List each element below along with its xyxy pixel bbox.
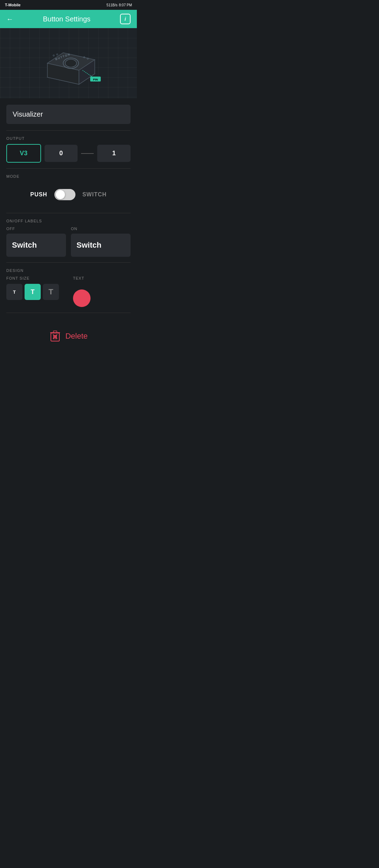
delete-icon xyxy=(49,330,61,342)
off-value: Switch xyxy=(12,241,37,249)
onoff-row: OFF Switch ON Switch xyxy=(6,227,131,257)
output-section: OUTPUT V3 0 1 xyxy=(6,136,131,163)
off-field[interactable]: Switch xyxy=(6,234,66,257)
svg-point-8 xyxy=(56,54,58,55)
push-label: PUSH xyxy=(30,191,47,198)
speed-label: 511B/s xyxy=(107,3,118,7)
hero-section: BUTTON PIN xyxy=(0,28,137,98)
device-illustration: BUTTON PIN xyxy=(37,35,100,91)
mode-toggle[interactable] xyxy=(54,189,75,200)
info-icon: i xyxy=(125,16,126,22)
visualizer-label: Visualizer xyxy=(13,110,43,118)
font-size-col: FONT SIZE T T T xyxy=(6,276,59,300)
svg-text:PIN: PIN xyxy=(93,78,98,81)
onoff-section: ON/OFF LABELS OFF Switch ON Switch xyxy=(6,219,131,257)
output-row: V3 0 1 xyxy=(6,144,131,163)
on-col: ON Switch xyxy=(71,227,131,257)
visualizer-field[interactable]: Visualizer xyxy=(6,105,131,124)
delete-section[interactable]: Delete xyxy=(6,319,131,351)
switch-label: SWITCH xyxy=(82,191,107,198)
font-medium-button[interactable]: T xyxy=(25,284,41,300)
design-section-label: DESIGN xyxy=(6,268,131,273)
on-field[interactable]: Switch xyxy=(71,234,131,257)
divider-2 xyxy=(6,168,131,169)
text-color-label: TEXT xyxy=(73,276,91,280)
toggle-thumb xyxy=(56,190,65,199)
divider-1 xyxy=(6,130,131,131)
info-button[interactable]: i xyxy=(120,14,131,24)
status-bar: T-Mobile 511B/s 8:07 PM xyxy=(0,0,137,10)
divider-3 xyxy=(6,213,131,213)
off-col: OFF Switch xyxy=(6,227,66,257)
divider-4 xyxy=(6,262,131,263)
output-btn-v3[interactable]: V3 xyxy=(6,144,41,163)
font-size-row: T T T xyxy=(6,284,59,300)
carrier-label: T-Mobile xyxy=(5,3,21,7)
back-button[interactable]: ← xyxy=(6,15,13,23)
onoff-section-label: ON/OFF LABELS xyxy=(6,219,131,223)
svg-point-6 xyxy=(65,59,77,67)
header: ← Button Settings i xyxy=(0,10,137,28)
page-title: Button Settings xyxy=(13,15,120,23)
on-value: Switch xyxy=(77,241,101,249)
font-small-button[interactable]: T xyxy=(6,284,22,300)
text-color-button[interactable] xyxy=(73,289,91,307)
font-size-label: FONT SIZE xyxy=(6,276,59,280)
output-section-label: OUTPUT xyxy=(6,136,131,141)
design-row: FONT SIZE T T T TEXT xyxy=(6,276,131,307)
output-btn-0[interactable]: 0 xyxy=(45,145,78,162)
content-area: Visualizer OUTPUT V3 0 1 MODE PUSH SWITC… xyxy=(0,105,137,351)
time-label: 8:07 PM xyxy=(119,3,132,7)
design-section: DESIGN FONT SIZE T T T TEXT xyxy=(6,268,131,307)
font-large-button[interactable]: T xyxy=(43,284,59,300)
device-svg: BUTTON PIN xyxy=(37,35,107,95)
on-sublabel: ON xyxy=(71,227,131,231)
status-right: 511B/s 8:07 PM xyxy=(107,3,132,7)
mode-toggle-row: PUSH SWITCH xyxy=(6,182,131,207)
divider-5 xyxy=(6,313,131,313)
output-btn-1[interactable]: 1 xyxy=(97,145,131,162)
mode-section-label: MODE xyxy=(6,174,131,178)
svg-rect-16 xyxy=(53,331,57,333)
off-sublabel: OFF xyxy=(6,227,66,231)
mode-section: MODE PUSH SWITCH xyxy=(6,174,131,207)
output-separator xyxy=(81,153,94,154)
delete-label: Delete xyxy=(65,332,88,341)
text-color-col: TEXT xyxy=(73,276,91,307)
svg-point-7 xyxy=(53,55,54,56)
